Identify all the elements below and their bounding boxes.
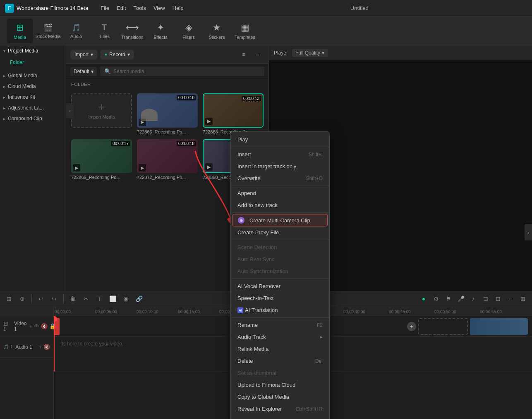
menu-edit[interactable]: Edit (117, 5, 126, 11)
cm-ai-translation[interactable]: AI AI Translation (231, 304, 329, 316)
toolbar-audio[interactable]: 🎵 Audio (63, 19, 89, 43)
tl-btn-multi-track[interactable]: ⊟ (480, 293, 491, 305)
track-add-icon[interactable]: + (29, 323, 32, 329)
cm-sep-6 (231, 317, 329, 318)
toolbar-titles[interactable]: T Titles (91, 19, 117, 43)
toolbar-templates[interactable]: ▦ Templates (232, 19, 258, 43)
menu-view[interactable]: View (153, 5, 165, 11)
sidebar-folder-item[interactable]: Folder (7, 58, 59, 67)
tl-btn-more[interactable]: ⊞ (517, 293, 529, 305)
cm-copy-global[interactable]: Copy to Global Media (231, 391, 329, 403)
media-item-0[interactable]: 00:00:10 ▶ 722866_Recording Po... (137, 93, 198, 134)
cm-auto-beat: Auto Beat Sync (231, 253, 329, 265)
search-input[interactable] (113, 69, 260, 74)
cm-ai-vocal-label: AI Vocal Remover (237, 283, 280, 289)
cm-overwrite[interactable]: Overwrite Shift+O (231, 172, 329, 184)
cm-rename[interactable]: Rename F2 (231, 319, 329, 331)
sidebar-item-influence-kit[interactable]: ▸ Influence Kit (0, 92, 66, 102)
tl-btn-flag[interactable]: ⚑ (443, 293, 454, 305)
menu-tools[interactable]: Tools (134, 5, 146, 11)
sidebar-item-adjustment-la[interactable]: ▸ Adjustment La... (0, 102, 66, 113)
tl-btn-mic[interactable]: 🎤 (455, 293, 467, 305)
toolbar-media[interactable]: ⊞ Media (7, 19, 33, 43)
cm-delete-label: Delete (237, 358, 253, 364)
tl-btn-delete[interactable]: 🗑 (67, 293, 79, 305)
menu-file[interactable]: File (101, 5, 109, 11)
tl-btn-redo[interactable]: ↪ (48, 293, 60, 305)
cm-auto-sync-label: Auto Synchronization (237, 268, 288, 274)
cm-upload-cloud-label: Upload to Filmora Cloud (237, 382, 295, 388)
cm-properties[interactable]: Properties (231, 415, 329, 419)
cm-insert-target[interactable]: Insert in target track only (231, 160, 329, 172)
tl-btn-zoom-out[interactable]: − (505, 293, 516, 305)
media-thumb-1: 00:00:13 ▶ (203, 93, 264, 128)
sidebar-cloud-media-label: Cloud Media (8, 83, 36, 89)
cm-speech-to-text[interactable]: Speech-to-Text (231, 292, 329, 304)
toolbar-stickers[interactable]: ★ Stickers (204, 19, 230, 43)
sidebar-item-project-media[interactable]: ▾ Project Media (0, 45, 66, 56)
toolbar-effects[interactable]: ✦ Effects (147, 19, 174, 43)
playhead[interactable] (54, 316, 55, 371)
import-button[interactable]: Import ▾ (70, 50, 97, 60)
cm-reveal-explorer[interactable]: Reveal In Explorer Ctrl+Shift+R (231, 403, 329, 415)
tl-btn-caption[interactable]: ⊡ (492, 293, 504, 305)
templates-icon: ▦ (241, 22, 249, 33)
track-mute-icon[interactable]: 🔇 (41, 323, 48, 329)
toolbar-filters[interactable]: ◈ Filters (175, 19, 202, 43)
menu-help[interactable]: Help (173, 5, 184, 11)
cm-ai-vocal[interactable]: AI Vocal Remover (231, 280, 329, 292)
media-item-1[interactable]: 00:00:13 ▶ 722868_Recording Po... (203, 93, 264, 134)
timeline-clip[interactable] (470, 318, 528, 335)
cm-append[interactable]: Append (231, 187, 329, 199)
add-track-button[interactable]: + (407, 322, 416, 331)
tl-btn-layers[interactable]: ⊞ (3, 293, 15, 305)
record-icon: ● (105, 52, 107, 57)
sidebar-item-global-media[interactable]: ▸ Global Media (0, 70, 66, 81)
arrow-icon-compound: ▸ (3, 117, 5, 121)
tl-btn-magnet[interactable]: ⊕ (17, 293, 28, 305)
media-name-0: 722866_Recording Po... (137, 129, 198, 134)
app-name: Wondershare Filmora 14 Beta (17, 5, 88, 11)
audio-track-mute-icon[interactable]: 🔇 (43, 344, 50, 350)
cm-delete[interactable]: Delete Del (231, 355, 329, 367)
track-eye-icon[interactable]: 👁 (34, 323, 39, 329)
view-dropdown[interactable]: Default ▾ (70, 67, 97, 76)
tl-btn-text[interactable]: T (93, 293, 105, 305)
cm-create-proxy[interactable]: Create Proxy File (231, 226, 329, 238)
tl-btn-audio-fx[interactable]: ♪ (467, 293, 479, 305)
sidebar-item-cloud-media[interactable]: ▸ Cloud Media (0, 81, 66, 92)
import-thumb[interactable]: + Import Media (71, 93, 132, 128)
cm-play[interactable]: Play (231, 133, 329, 145)
filter-options-btn[interactable]: ≡ (238, 49, 249, 60)
ruler-mark-8: 00:00:50:00 (434, 309, 456, 314)
audio-track-add-icon[interactable]: + (38, 344, 42, 350)
audio-track-icons: + 🔇 (38, 344, 50, 350)
cm-audio-track[interactable]: Audio Track ▸ (231, 331, 329, 343)
sidebar-influence-kit-label: Influence Kit (8, 94, 35, 100)
cm-insert[interactable]: Insert Shift+I (231, 148, 329, 160)
cm-upload-cloud[interactable]: Upload to Filmora Cloud (231, 379, 329, 391)
sidebar-collapse-btn[interactable]: ‹ (66, 103, 74, 118)
tl-btn-link[interactable]: 🔗 (133, 293, 145, 305)
sidebar-item-compound-clip[interactable]: ▸ Compound Clip (0, 113, 66, 124)
player-panel-collapse-btn[interactable]: › (525, 224, 532, 240)
tl-btn-settings[interactable]: ⚙ (430, 293, 442, 305)
media-item-2[interactable]: 00:00:17 ▶ 722869_Recording Po... (71, 139, 132, 180)
cm-create-multi[interactable]: ⊕ Create Multi-Camera Clip (232, 214, 328, 226)
tl-btn-cut[interactable]: ✂ (80, 293, 92, 305)
tl-btn-undo[interactable]: ↩ (35, 293, 47, 305)
quality-dropdown[interactable]: Full Quality ▾ (292, 49, 328, 57)
cm-add-track[interactable]: Add to new track (231, 199, 329, 211)
tl-btn-record-active[interactable]: ● (418, 293, 429, 305)
effects-icon: ✦ (157, 22, 164, 33)
filter-dropdown-arrow: ▾ (91, 69, 93, 74)
toolbar-transitions[interactable]: ⟷ Transitions (119, 19, 146, 43)
more-options-btn[interactable]: ··· (253, 49, 264, 60)
tl-btn-color[interactable]: ◉ (120, 293, 132, 305)
record-button[interactable]: ● Record ▾ (101, 50, 134, 60)
cm-relink-media[interactable]: Relink Media (231, 343, 329, 355)
media-item-3[interactable]: 00:00:18 ▶ 722872_Recording Po... (137, 139, 198, 180)
tl-btn-crop[interactable]: ⬜ (107, 293, 118, 305)
import-media-item[interactable]: + Import Media (71, 93, 132, 134)
toolbar-stock-media[interactable]: 🎬 Stock Media (35, 19, 61, 43)
